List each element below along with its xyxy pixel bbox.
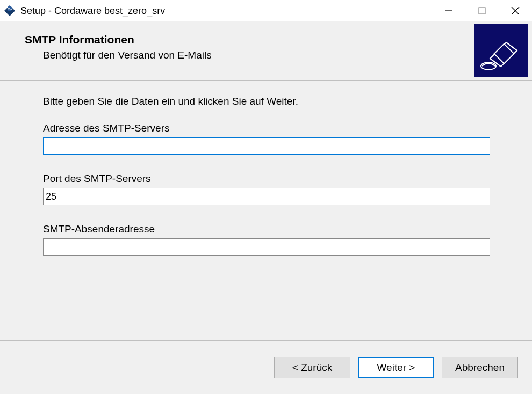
input-smtp-address[interactable] (43, 137, 490, 155)
intro-text: Bitte geben Sie die Daten ein und klicke… (43, 96, 489, 107)
wizard-footer: < Zurück Weiter > Abbrechen (0, 340, 532, 394)
field-smtp-address: Adresse des SMTP-Servers (43, 122, 489, 155)
input-smtp-sender[interactable] (43, 238, 490, 256)
app-icon: Co (3, 4, 16, 17)
minimize-button[interactable] (432, 0, 465, 21)
input-smtp-port[interactable] (43, 188, 490, 205)
close-button[interactable] (499, 0, 532, 21)
header-text: SMTP Informationen Benötigt für den Vers… (0, 21, 212, 61)
cancel-button[interactable]: Abbrechen (442, 357, 518, 378)
window-controls (432, 0, 532, 21)
page-title: SMTP Informationen (25, 33, 212, 46)
label-smtp-sender: SMTP-Absenderadresse (43, 223, 489, 235)
next-button[interactable]: Weiter > (358, 357, 434, 378)
wizard-header: SMTP Informationen Benötigt für den Vers… (0, 21, 532, 81)
field-smtp-sender: SMTP-Absenderadresse (43, 223, 489, 256)
page-subtitle: Benötigt für den Versand von E-Mails (43, 49, 212, 61)
window-title: Setup - Cordaware best_zero_srv (20, 5, 432, 17)
titlebar: Co Setup - Cordaware best_zero_srv (0, 0, 532, 21)
svg-rect-4 (479, 8, 485, 14)
svg-text:Co: Co (8, 8, 12, 11)
label-smtp-port: Port des SMTP-Servers (43, 173, 489, 185)
label-smtp-address: Adresse des SMTP-Servers (43, 122, 489, 134)
back-button[interactable]: < Zurück (274, 357, 350, 378)
installer-icon (474, 24, 528, 77)
field-smtp-port: Port des SMTP-Servers (43, 173, 489, 205)
maximize-button[interactable] (465, 0, 499, 21)
wizard-content: Bitte geben Sie die Daten ein und klicke… (0, 81, 532, 340)
